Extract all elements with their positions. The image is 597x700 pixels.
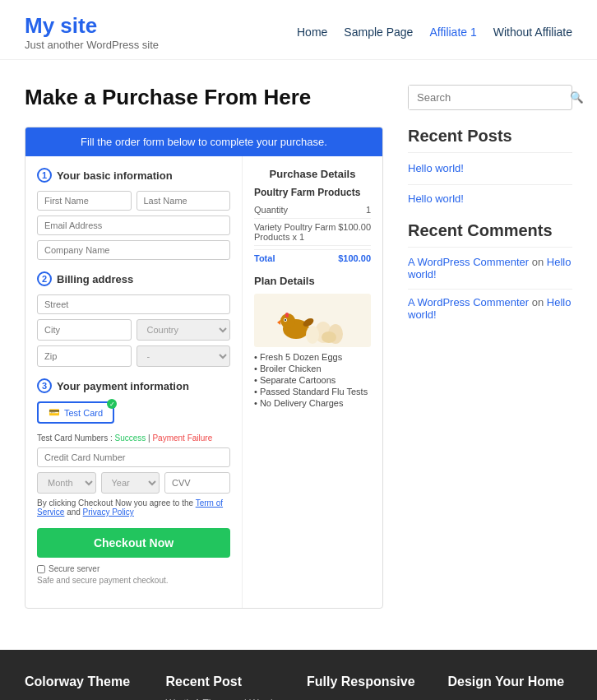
company-input[interactable] — [37, 240, 230, 260]
section2-title: 2 Billing address — [37, 271, 230, 286]
nav-sample-page[interactable]: Sample Page — [344, 25, 413, 39]
footer-col3-title: Fully Responsive — [307, 675, 432, 689]
terms-text: By clicking Checkout Now you agree to th… — [37, 498, 230, 517]
sidebar-post-1: Hello world! — [408, 161, 572, 174]
checkout-form: 1 Your basic information — [25, 156, 243, 608]
feature-5: No Delivery Charges — [254, 398, 371, 408]
privacy-link[interactable]: Privacy Policy — [83, 508, 134, 517]
comment-on-2: on — [532, 296, 544, 308]
country-select[interactable]: Country — [137, 319, 231, 341]
feature-4: Passed Standard Flu Tests — [254, 387, 371, 396]
section2-num: 2 — [37, 271, 52, 286]
zip-row: - — [37, 345, 230, 367]
footer-grid: Colorway Theme Footer is widgetized. To … — [25, 675, 572, 700]
cc-row — [37, 447, 230, 467]
secure-row: Secure server — [37, 564, 230, 573]
basic-info-section: 1 Your basic information — [37, 168, 230, 260]
secure-label: Secure server — [49, 564, 100, 573]
feature-1: Fresh 5 Dozen Eggs — [254, 352, 371, 362]
zip-input[interactable] — [37, 345, 132, 367]
comment-author-2[interactable]: A WordPress Commenter — [408, 296, 529, 308]
city-country-row: Country — [37, 319, 230, 341]
svg-point-5 — [285, 319, 286, 321]
search-input[interactable] — [409, 86, 563, 109]
comment-2: A WordPress Commenter on Hello world! — [408, 296, 572, 321]
svg-rect-3 — [285, 313, 289, 318]
street-input[interactable] — [37, 294, 230, 314]
footer-col-3: Fully Responsive Colorway is a unique re… — [307, 675, 432, 700]
main-nav: Home Sample Page Affiliate 1 Without Aff… — [297, 25, 572, 39]
nav-without-affiliate[interactable]: Without Affiliate — [493, 25, 572, 39]
post-link-1[interactable]: Hello world! — [408, 162, 464, 174]
state-select[interactable]: - — [137, 345, 231, 367]
month-select[interactable]: Month — [37, 472, 96, 494]
comment-author-1[interactable]: A WordPress Commenter — [408, 256, 529, 268]
search-box: 🔍 — [408, 85, 572, 110]
test-card-button[interactable]: 💳 Test Card ✓ — [37, 401, 114, 424]
checkout-container: Fill the order form below to complete yo… — [25, 127, 383, 609]
nav-home[interactable]: Home — [297, 25, 327, 39]
last-name-input[interactable] — [137, 191, 231, 211]
footer-col2-title: Recent Post — [166, 675, 291, 689]
payment-section: 3 Your payment information 💳 Test Card ✓ — [37, 378, 230, 585]
checkout-body: 1 Your basic information — [25, 156, 382, 608]
recent-posts-title: Recent Posts — [408, 127, 572, 153]
footer-col-1: Colorway Theme Footer is widgetized. To … — [25, 675, 150, 700]
card-check-icon: ✓ — [107, 399, 117, 409]
recent-comments-title: Recent Comments — [408, 221, 572, 248]
section1-title: 1 Your basic information — [37, 168, 230, 183]
post-divider — [408, 184, 572, 185]
checkout-button[interactable]: Checkout Now — [37, 528, 230, 558]
cvv-input[interactable] — [164, 472, 230, 494]
footer-col4-title: Design Your Home — [448, 675, 573, 689]
safe-text: Safe and secure payment checkout. — [37, 576, 230, 585]
footer-col1-title: Colorway Theme — [25, 675, 150, 689]
comment-divider — [408, 289, 572, 290]
company-row — [37, 240, 230, 260]
feature-3: Separate Cartoons — [254, 375, 371, 385]
city-input[interactable] — [37, 319, 132, 341]
site-tagline: Just another WordPress site — [25, 39, 159, 51]
email-input[interactable] — [37, 216, 230, 235]
purchase-title: Purchase Details — [254, 168, 371, 180]
site-title: My site — [25, 13, 159, 39]
footer-col-4: Design Your Home Express your creativity… — [448, 675, 573, 700]
sidebar-post-2: Hello world! — [408, 192, 572, 205]
total-row: Total $100.00 — [254, 249, 371, 267]
section3-title: 3 Your payment information — [37, 378, 230, 393]
section1-num: 1 — [37, 168, 52, 183]
search-button[interactable]: 🔍 — [563, 86, 590, 109]
nav-affiliate1[interactable]: Affiliate 1 — [429, 25, 476, 39]
billing-section: 2 Billing address Country — [37, 271, 230, 367]
farm-image — [254, 294, 371, 347]
svg-marker-2 — [277, 320, 280, 325]
plan-features: Fresh 5 Dozen Eggs Broiler Chicken Separ… — [254, 352, 371, 408]
test-card-numbers: Test Card Numbers : Success | Payment Fa… — [37, 433, 230, 443]
section3-num: 3 — [37, 378, 52, 393]
feature-2: Broiler Chicken — [254, 364, 371, 373]
site-footer: Colorway Theme Footer is widgetized. To … — [0, 650, 597, 700]
expiry-row: Month Year — [37, 472, 230, 494]
svg-point-10 — [322, 331, 336, 343]
secure-checkbox[interactable] — [37, 565, 45, 573]
failure-link[interactable]: Payment Failure — [152, 433, 212, 443]
credit-card-input[interactable] — [37, 447, 230, 467]
first-name-input[interactable] — [37, 191, 132, 211]
card-icon: 💳 — [49, 407, 60, 418]
year-select[interactable]: Year — [101, 472, 160, 494]
svg-point-9 — [306, 326, 319, 344]
plan-title: Plan Details — [254, 275, 371, 287]
checkout-header: Fill the order form below to complete yo… — [25, 127, 382, 156]
comment-on-1: on — [532, 256, 544, 268]
product-row: Variety Poultry Farm Products x 1 $100.0… — [254, 222, 371, 246]
sidebar: 🔍 Recent Posts Hello world! Hello world!… — [408, 85, 572, 609]
product-title: Poultry Farm Products — [254, 187, 371, 198]
comment-1: A WordPress Commenter on Hello world! — [408, 256, 572, 280]
content-area: Make a Purchase From Here Fill the order… — [25, 85, 383, 609]
main-content: Make a Purchase From Here Fill the order… — [0, 60, 597, 633]
email-row — [37, 216, 230, 235]
success-link[interactable]: Success — [114, 433, 146, 443]
site-branding: My site Just another WordPress site — [25, 13, 159, 51]
post-link-2[interactable]: Hello world! — [408, 192, 464, 205]
page-title: Make a Purchase From Here — [25, 85, 383, 110]
